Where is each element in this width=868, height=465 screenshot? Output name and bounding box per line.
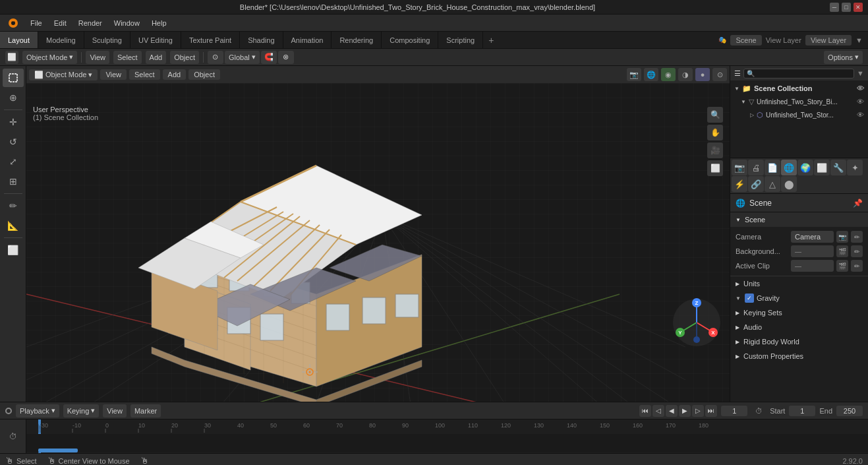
add-workspace-button[interactable]: + — [483, 32, 499, 48]
object-data-props-tab[interactable]: △ — [765, 176, 780, 192]
background-value-btn[interactable]: — — [791, 245, 834, 257]
rotate-tool[interactable]: ↺ — [3, 133, 24, 151]
tab-rendering[interactable]: Rendering — [332, 32, 382, 48]
scene-props-tab[interactable]: 🌐 — [781, 160, 797, 175]
proportional-icon[interactable]: ⊗ — [278, 51, 294, 64]
menu-edit[interactable]: Edit — [49, 18, 72, 28]
tab-texture-paint[interactable]: Texture Paint — [181, 32, 240, 48]
material-props-tab[interactable]: ⬤ — [781, 176, 797, 192]
background-eyedropper-icon[interactable]: ✏ — [851, 245, 863, 257]
scene-name[interactable]: Scene — [730, 35, 761, 46]
camera-value-btn[interactable]: Camera — [791, 231, 834, 243]
render-props-tab[interactable]: 📷 — [732, 160, 747, 175]
camera-eyedropper-icon[interactable]: ✏ — [851, 231, 863, 243]
tab-sculpting[interactable]: Sculpting — [84, 32, 130, 48]
modifier-props-tab[interactable]: 🔧 — [830, 160, 846, 175]
constraints-props-tab[interactable]: 🔗 — [748, 176, 764, 192]
timeline-track[interactable]: -30 -10 0 10 20 30 40 50 60 70 80 90 100… — [26, 419, 868, 453]
pivot-icon[interactable]: ⊙ — [208, 51, 223, 64]
outliner-filter-type[interactable]: ▼ — [857, 69, 864, 77]
view-layer-btn[interactable]: View Layer — [805, 35, 852, 46]
active-clip-value-btn[interactable]: — — [791, 260, 834, 272]
viewport[interactable]: ⬜ Object Mode ▾ View Select Add Object 📷… — [26, 66, 730, 402]
view-menu-button[interactable]: View — [86, 51, 109, 64]
tab-layout[interactable]: Layout — [0, 32, 38, 48]
background-icon[interactable]: 🎬 — [836, 245, 848, 257]
scene-section-header[interactable]: ▼ Scene — [730, 212, 868, 227]
view-menu-btn[interactable]: View — [103, 404, 127, 418]
cursor-tool[interactable]: ⊕ — [3, 88, 24, 107]
object-eye[interactable]: 👁 — [857, 111, 864, 119]
object-menu-button[interactable]: Object — [170, 51, 199, 64]
viewport-xray-icon[interactable]: ⊙ — [712, 68, 727, 81]
navigation-gizmo[interactable]: Z X Y — [670, 296, 723, 349]
tab-modeling[interactable]: Modeling — [38, 32, 84, 48]
viewport-render-icon[interactable]: 🌐 — [644, 68, 658, 81]
transform-tool[interactable]: ⊞ — [3, 172, 24, 191]
annotate-tool[interactable]: ✏ — [3, 197, 24, 215]
scene-collection-eye[interactable]: 👁 — [857, 84, 864, 92]
zoom-to-fit-icon[interactable]: 🔍 — [707, 107, 723, 123]
outliner-row-scene-collection[interactable]: ▼ 📁 Scene Collection 👁 — [730, 82, 868, 95]
timeline-record-dot[interactable] — [5, 408, 12, 414]
frame-clock-icon[interactable]: ⏱ — [751, 404, 766, 418]
audio-row[interactable]: ▶ Audio — [730, 320, 868, 334]
rigid-body-world-row[interactable]: ▶ Rigid Body World — [730, 334, 868, 349]
outliner-filter-icon[interactable]: ▼ — [855, 36, 863, 44]
tab-uv-editing[interactable]: UV Editing — [130, 32, 181, 48]
select-menu-button[interactable]: Select — [113, 51, 142, 64]
marker-menu-btn[interactable]: Marker — [130, 404, 161, 418]
global-transform-button[interactable]: Global ▾ — [225, 51, 260, 64]
minimize-button[interactable]: ─ — [830, 3, 839, 12]
close-button[interactable]: ✕ — [854, 3, 863, 12]
prev-keyframe-btn[interactable]: ◁ — [652, 405, 664, 417]
menu-file[interactable]: File — [25, 18, 47, 28]
viewport-object-btn[interactable]: Object — [188, 69, 220, 80]
options-button[interactable]: Options ▾ — [824, 51, 863, 64]
jump-start-btn[interactable]: ⏮ — [639, 405, 651, 417]
units-row[interactable]: ▶ Units — [730, 276, 868, 291]
particles-props-tab[interactable]: ✦ — [847, 160, 863, 175]
outliner-row-object[interactable]: ▷ ⬡ Unfinished_Two_Stor... 👁 — [730, 108, 868, 121]
outliner-row-mesh[interactable]: ▼ ▽ Unfinished_Two_Story_Bi... 👁 — [730, 95, 868, 108]
viewport-canvas[interactable]: User Perspective (1) Scene Collection 🔍 … — [26, 83, 730, 402]
tab-shading[interactable]: Shading — [240, 32, 283, 48]
keying-sets-row[interactable]: ▶ Keying Sets — [730, 305, 868, 320]
viewport-overlay-icon[interactable]: ◉ — [661, 68, 676, 81]
viewport-shading-icon[interactable]: ◑ — [678, 68, 693, 81]
viewport-solid-icon[interactable]: ● — [695, 68, 710, 81]
jump-end-btn[interactable]: ⏭ — [705, 405, 717, 417]
viewport-view-btn[interactable]: View — [100, 69, 127, 80]
timeline-area[interactable]: ⏱ -30 -10 0 10 20 30 40 50 60 70 80 90 1… — [0, 419, 868, 453]
menu-blender[interactable] — [3, 16, 24, 30]
select-box-tool[interactable] — [3, 69, 24, 87]
move-tool[interactable]: ✛ — [3, 113, 24, 131]
viewport-select-btn[interactable]: Select — [129, 69, 160, 80]
props-pin-icon[interactable]: 📌 — [853, 199, 863, 208]
outliner-search[interactable] — [743, 69, 854, 78]
viewport-add-btn[interactable]: Add — [163, 69, 187, 80]
viewport-camera-icon[interactable]: 📷 — [627, 68, 641, 81]
output-props-tab[interactable]: 🖨 — [748, 160, 764, 175]
playback-menu-btn[interactable]: Playback▾ — [16, 404, 59, 418]
viewport-mode-icon[interactable]: ⬜ — [5, 51, 18, 64]
camera-edit-icon[interactable]: 📷 — [836, 231, 848, 243]
hand-tool-icon[interactable]: ✋ — [707, 125, 723, 140]
keying-menu-btn[interactable]: Keying▾ — [63, 404, 100, 418]
end-frame-input[interactable] — [836, 406, 863, 416]
ortho-toggle-icon[interactable]: ⬜ — [707, 160, 723, 176]
menu-help[interactable]: Help — [146, 18, 172, 28]
snap-icon[interactable]: 🧲 — [261, 51, 277, 64]
tab-compositing[interactable]: Compositing — [382, 32, 438, 48]
active-clip-eyedropper-icon[interactable]: ✏ — [851, 260, 863, 272]
physics-props-tab[interactable]: ⚡ — [732, 176, 747, 192]
play-reverse-btn[interactable]: ◀ — [666, 405, 678, 417]
maximize-button[interactable]: □ — [842, 3, 851, 12]
viewport-mode-select[interactable]: ⬜ Object Mode ▾ — [29, 69, 98, 80]
add-menu-button[interactable]: Add — [146, 51, 167, 64]
tab-scripting[interactable]: Scripting — [438, 32, 483, 48]
outliner-filter-icon[interactable]: ☰ — [734, 69, 741, 78]
measure-tool[interactable]: 📐 — [3, 216, 24, 235]
play-btn[interactable]: ▶ — [679, 405, 691, 417]
camera-fly-icon[interactable]: 🎥 — [707, 142, 723, 158]
